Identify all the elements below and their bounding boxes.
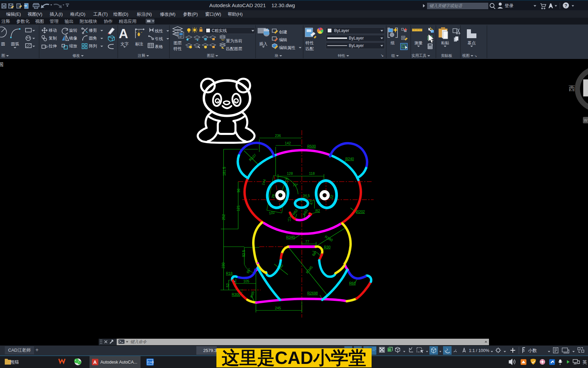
- svg-text:96: 96: [236, 188, 241, 193]
- svg-text:R2698: R2698: [307, 291, 318, 295]
- svg-text:22: 22: [329, 195, 334, 199]
- svg-text:70°: 70°: [293, 183, 298, 187]
- svg-text:7: 7: [288, 219, 289, 222]
- svg-text:92.5: 92.5: [242, 250, 246, 257]
- svg-text:R2: R2: [315, 209, 320, 213]
- svg-text:国: 国: [0, 62, 3, 67]
- svg-text:R62: R62: [291, 208, 298, 216]
- svg-text:A: A: [93, 359, 97, 365]
- svg-text:105: 105: [243, 279, 249, 283]
- svg-text:102: 102: [268, 210, 275, 215]
- svg-text:R202: R202: [356, 210, 365, 214]
- svg-text:245: 245: [275, 306, 281, 310]
- svg-text:230: 230: [221, 262, 225, 269]
- svg-text:34.5: 34.5: [303, 194, 310, 198]
- svg-text:68°: 68°: [311, 250, 318, 257]
- svg-text:118: 118: [309, 171, 315, 175]
- svg-text:W: W: [584, 118, 588, 122]
- svg-text:R65: R65: [249, 291, 255, 298]
- svg-text:英: 英: [583, 359, 587, 365]
- svg-text:181.5: 181.5: [222, 167, 226, 176]
- svg-text:西: 西: [569, 85, 575, 92]
- svg-text:252: 252: [222, 214, 226, 220]
- svg-text:R340: R340: [286, 235, 295, 239]
- svg-text:121: 121: [236, 205, 240, 211]
- svg-text:236: 236: [275, 134, 281, 138]
- svg-text:28: 28: [271, 194, 275, 199]
- svg-text:R62: R62: [302, 208, 309, 216]
- svg-text:熊猫: 熊猫: [10, 359, 19, 365]
- svg-text:Autodesk AutoCA...: Autodesk AutoCA...: [100, 360, 137, 365]
- svg-text:R68: R68: [349, 281, 356, 285]
- svg-text:52: 52: [226, 283, 230, 287]
- svg-text:142: 142: [285, 141, 291, 145]
- svg-text:128: 128: [287, 171, 293, 175]
- svg-text:R18: R18: [226, 271, 232, 275]
- svg-text:小数: 小数: [528, 348, 537, 353]
- svg-text:R30: R30: [324, 245, 330, 249]
- svg-text:CAD: CAD: [148, 361, 154, 364]
- svg-text:77: 77: [305, 240, 309, 244]
- svg-text:65°: 65°: [246, 267, 252, 274]
- svg-text:R500: R500: [307, 144, 316, 148]
- svg-text:144: 144: [261, 179, 267, 186]
- svg-text:47: 47: [309, 201, 313, 205]
- svg-text:1:1 / 100%: 1:1 / 100%: [469, 348, 489, 353]
- svg-text:R107: R107: [248, 153, 257, 162]
- svg-text:R345: R345: [305, 265, 313, 274]
- svg-text:R240: R240: [345, 157, 354, 161]
- svg-text:R180: R180: [324, 234, 333, 242]
